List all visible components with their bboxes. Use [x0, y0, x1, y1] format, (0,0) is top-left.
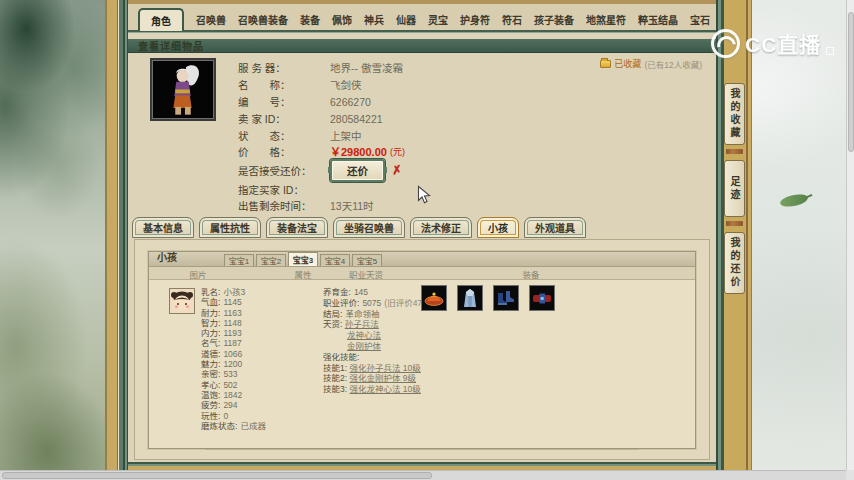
- name-value: 飞剑侠: [330, 77, 362, 92]
- cc-live-watermark: CC直播: [711, 28, 834, 58]
- baby-tab-4[interactable]: 宝宝4: [320, 254, 350, 266]
- top-tab-child-gear[interactable]: 孩子装备: [530, 9, 578, 30]
- scrollbar-corner: [846, 470, 854, 480]
- category-tab-bar: 角色 召唤兽 召唤兽装备 装备 佩饰 神兵 仙器 灵宝 护身符 符石 孩子装备 …: [128, 0, 716, 30]
- status-label: 状 态：: [238, 128, 330, 143]
- child-section-title: 小孩: [157, 249, 224, 264]
- top-tab-summon-beast-gear[interactable]: 召唤兽装备: [234, 9, 292, 30]
- horizontal-scrollbar-thumb[interactable]: [2, 472, 432, 479]
- time-left-value: 13天11时: [330, 198, 374, 213]
- top-tab-earth-star-rune[interactable]: 地煞星符: [582, 9, 630, 30]
- child-portrait: [169, 288, 195, 314]
- top-tab-accessory[interactable]: 佩饰: [328, 9, 356, 30]
- rating-label: 职业评价:: [323, 298, 359, 308]
- item-detail-panel: 查看详细物品 已收藏: [128, 33, 716, 462]
- attr-label: 气血:: [201, 297, 220, 307]
- attr-value: 1200: [223, 359, 242, 369]
- favorite-folder-icon: [600, 60, 611, 68]
- attr-label: 魅力:: [201, 359, 220, 369]
- side-tab-footprints[interactable]: 足迹: [724, 160, 745, 217]
- equip-hat-icon[interactable]: [421, 285, 447, 311]
- top-tab-rune-stone[interactable]: 符石: [498, 9, 526, 30]
- attr-value: 已成器: [240, 421, 266, 431]
- equip-boots-icon[interactable]: [493, 285, 519, 311]
- col-equipment: 装备: [522, 268, 539, 280]
- child-section-header: 小孩 宝宝1 宝宝2 宝宝3 宝宝4 宝宝5: [149, 252, 695, 267]
- baby-tab-2[interactable]: 宝宝2: [256, 254, 286, 266]
- vertical-scrollbar[interactable]: [846, 0, 854, 470]
- background-painting: [0, 0, 105, 480]
- top-tab-summon-beast[interactable]: 召唤兽: [192, 9, 230, 30]
- skill-link[interactable]: 强化金刚护体 9级: [349, 373, 416, 383]
- equip-belt-icon[interactable]: [529, 285, 555, 311]
- tab-mount-summon[interactable]: 坐骑召唤兽: [333, 217, 405, 238]
- enhance-skills-title: 强化技能:: [323, 352, 359, 362]
- side-tab-my-bargains[interactable]: 我的还价: [724, 232, 745, 294]
- top-tab-lingbao[interactable]: 灵宝: [424, 9, 452, 30]
- child-equipment: [421, 285, 555, 311]
- skill-link[interactable]: 强化龙神心法 10级: [349, 384, 420, 394]
- talent-link[interactable]: 金刚护体: [347, 341, 381, 351]
- bargain-rejected-icon: ✗: [391, 162, 403, 177]
- seller-id-value: 280584221: [330, 113, 383, 125]
- talent-link[interactable]: 孙子兵法: [345, 319, 379, 329]
- attr-value: 1066: [223, 349, 242, 359]
- character-image: [152, 60, 214, 119]
- top-tab-divine-weapon[interactable]: 神兵: [360, 9, 388, 30]
- horizontal-scrollbar[interactable]: [0, 470, 846, 480]
- skill-link[interactable]: 强化孙子兵法 10级: [349, 363, 420, 373]
- child-face-image: [170, 289, 194, 313]
- tab-equip-treasure[interactable]: 装备法宝: [266, 217, 328, 238]
- frame-left-border: [105, 0, 128, 470]
- bargain-label: 是否接受还价：: [238, 163, 330, 178]
- attr-label: 智力:: [201, 318, 220, 328]
- talent-label: 天资:: [323, 319, 342, 329]
- tab-basic-info[interactable]: 基本信息: [132, 217, 194, 238]
- favorited-link[interactable]: 已收藏: [614, 57, 641, 70]
- top-tab-equipment[interactable]: 装备: [296, 9, 324, 30]
- tab-child[interactable]: 小孩: [477, 217, 519, 238]
- side-tab-my-favorites[interactable]: 我的收藏: [724, 83, 745, 145]
- talent-link[interactable]: 龙神心法: [347, 330, 381, 340]
- equip-robe-icon[interactable]: [457, 285, 483, 311]
- cc-live-brand-text: CC直播: [745, 28, 821, 58]
- top-tab-jade-crystal[interactable]: 粹玉结晶: [634, 9, 682, 30]
- vertical-scrollbar-thumb[interactable]: [848, 12, 854, 152]
- leaf-icon: [779, 192, 809, 209]
- frame-bottom-border: [128, 462, 716, 470]
- top-tab-immortal-artifact[interactable]: 仙器: [392, 9, 420, 30]
- tab-spell-correction[interactable]: 法术修正: [410, 217, 472, 238]
- col-career-talent: 职业天资: [349, 268, 383, 280]
- detail-tab-content: 小孩 宝宝1 宝宝2 宝宝3 宝宝4 宝宝5 图片 属性 职业天资: [134, 239, 710, 460]
- attr-label: 乳名:: [201, 287, 220, 297]
- child-section: 小孩 宝宝1 宝宝2 宝宝3 宝宝4 宝宝5 图片 属性 职业天资: [148, 251, 696, 449]
- baby-tab-3[interactable]: 宝宝3: [288, 252, 318, 266]
- seller-id-label: 卖 家 ID：: [238, 111, 330, 126]
- skill-label: 技能1:: [323, 363, 347, 373]
- attr-label: 磨炼状态:: [201, 421, 237, 431]
- main-frame: 角色 召唤兽 召唤兽装备 装备 佩饰 神兵 仙器 灵宝 护身符 符石 孩子装备 …: [105, 0, 752, 470]
- attr-value: 1148: [223, 318, 241, 328]
- top-tab-role[interactable]: 角色: [138, 8, 184, 31]
- top-tab-gem[interactable]: 宝石: [686, 9, 714, 30]
- attr-value: 294: [223, 400, 237, 410]
- tab-appearance-items[interactable]: 外观道具: [524, 217, 586, 238]
- server-value: 地界-- 傲雪凌霜: [330, 60, 403, 75]
- tab-attributes-resist[interactable]: 属性抗性: [199, 217, 261, 238]
- price-label: 价 格：: [238, 144, 330, 159]
- number-value: 6266270: [330, 96, 371, 108]
- col-picture: 图片: [189, 268, 206, 280]
- nurture-value: 145: [354, 287, 368, 297]
- status-value: 上架中: [330, 128, 362, 143]
- skill-label: 技能2:: [323, 373, 347, 383]
- price-value: ￥29800.00: [330, 143, 387, 159]
- bargain-button[interactable]: 还价: [330, 159, 385, 182]
- attr-label: 疲劳:: [201, 400, 220, 410]
- baby-tab-1[interactable]: 宝宝1: [224, 254, 254, 266]
- baby-tab-5[interactable]: 宝宝5: [352, 254, 382, 266]
- rating-value: 5075: [362, 298, 381, 308]
- attr-label: 孝心:: [201, 380, 220, 390]
- top-tab-amulet[interactable]: 护身符: [456, 9, 494, 30]
- mouse-cursor: [417, 185, 431, 205]
- cc-live-logo-icon: [711, 29, 740, 58]
